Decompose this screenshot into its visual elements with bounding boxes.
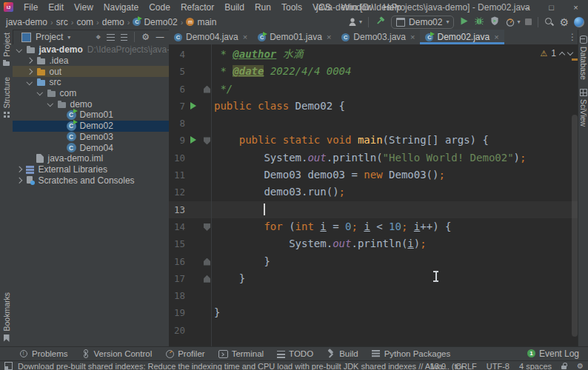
code-line-15[interactable]: System.out.println(i);: [214, 235, 569, 252]
stop-icon[interactable]: [525, 18, 532, 25]
breadcrumb-item-main[interactable]: mmain: [186, 17, 216, 27]
tree-item-idea[interactable]: .idea: [13, 56, 169, 67]
code-line-7[interactable]: public class Demo02 {: [214, 98, 569, 115]
fold-start-icon[interactable]: [204, 223, 210, 231]
tool-strip-button-project[interactable]: Project: [0, 33, 13, 66]
coverage-shield-icon[interactable]: [490, 16, 500, 28]
inspections-widget[interactable]: ⚠ 1: [540, 48, 572, 58]
toolwindow-button-problems[interactable]: Problems: [19, 349, 68, 358]
close-icon[interactable]: ×: [410, 33, 415, 41]
toolwindow-button-python-packages[interactable]: Python Packages: [372, 349, 451, 358]
hide-panel-icon[interactable]: —: [156, 32, 164, 42]
error-stripe-mark[interactable]: [572, 58, 578, 61]
lock-icon[interactable]: [561, 363, 567, 369]
fold-end-icon[interactable]: [204, 86, 210, 93]
tree-item-scratches-and-consoles[interactable]: Scratches and Consoles: [13, 175, 169, 186]
code-line-17[interactable]: }: [214, 270, 569, 287]
breadcrumb-item-java-demo[interactable]: java-demo: [6, 17, 47, 27]
collaboration-user-icon[interactable]: ▾: [348, 17, 362, 27]
chevron-closed-icon[interactable]: [16, 166, 22, 172]
toolwindow-button-build[interactable]: Build: [327, 349, 358, 358]
tree-item-demo03[interactable]: CDemo03: [13, 132, 169, 143]
chevron-open-icon[interactable]: [27, 79, 33, 85]
tool-strip-button-bookmarks[interactable]: Bookmarks: [0, 292, 13, 342]
menu-item-tools[interactable]: Tools: [276, 0, 307, 14]
caret-position[interactable]: 13:9: [430, 362, 446, 370]
debug-bug-icon[interactable]: [474, 16, 484, 28]
code-line-18[interactable]: [214, 287, 569, 304]
menu-item-navigate[interactable]: Navigate: [98, 0, 144, 14]
tab-demo02-java[interactable]: CDemo02.java×: [420, 30, 504, 44]
project-panel-title[interactable]: Project: [36, 32, 63, 42]
breadcrumb-item-demo[interactable]: demo: [102, 17, 124, 27]
menu-item-code[interactable]: Code: [144, 0, 176, 14]
tool-window-switcher-icon[interactable]: [4, 362, 13, 370]
panel-settings-gear-icon[interactable]: ⚙: [141, 32, 150, 42]
event-log-button[interactable]: 1 Event Log: [527, 346, 579, 360]
code-line-5[interactable]: * @date 2022/4/4 0004: [214, 63, 569, 80]
code-line-10[interactable]: System.out.println("Hello World! Demo02"…: [214, 149, 569, 166]
toolwindow-button-version-control[interactable]: Version Control: [81, 349, 153, 358]
toolwindow-button-profiler[interactable]: Profiler: [165, 349, 204, 358]
breadcrumb-item-demo02[interactable]: CDemo02: [133, 17, 177, 27]
close-icon[interactable]: ×: [327, 33, 331, 41]
tree-item-demo[interactable]: demo: [13, 98, 169, 110]
collapse-all-icon[interactable]: [121, 34, 127, 41]
settings-gear-icon[interactable]: ⚙: [559, 16, 569, 28]
run-line-icon[interactable]: [190, 136, 196, 144]
next-warning-icon[interactable]: [567, 50, 573, 56]
chevron-open-icon[interactable]: [37, 90, 43, 95]
tree-item-java-demo[interactable]: java-demoD:\IdeaProjects\java-demo: [13, 44, 169, 56]
breadcrumb-item-src[interactable]: src: [56, 17, 68, 27]
chevron-closed-icon[interactable]: [27, 69, 33, 75]
code-line-8[interactable]: [214, 115, 569, 132]
code-line-14[interactable]: for (int i = 0; i < 10; i++) {: [214, 218, 569, 235]
code-line-19[interactable]: }: [214, 304, 569, 321]
maximize-button[interactable]: □: [539, 0, 564, 14]
fold-start-icon[interactable]: [204, 137, 210, 144]
file-encoding[interactable]: UTF-8: [487, 362, 510, 370]
tree-item-demo04[interactable]: CDemo04: [13, 142, 169, 153]
tab-demo01-java[interactable]: CDemo01.java×: [253, 30, 336, 44]
chevron-closed-icon[interactable]: [16, 178, 22, 184]
status-message[interactable]: Download pre-built shared indexes: Reduc…: [18, 362, 462, 370]
tree-item-demo01[interactable]: CDemo01: [13, 110, 169, 121]
tree-item-src[interactable]: src: [13, 77, 169, 88]
editor-scrollbar[interactable]: [572, 115, 578, 337]
code-line-4[interactable]: * @author 水滴: [214, 46, 569, 63]
tree-item-com[interactable]: com: [13, 88, 169, 99]
tab-demo03-java[interactable]: CDemo03.java×: [336, 30, 420, 44]
line-separator[interactable]: CRLF: [455, 362, 477, 370]
run-line-icon[interactable]: [190, 102, 196, 110]
tree-item-external-libraries[interactable]: External Libraries: [13, 164, 169, 175]
close-icon[interactable]: ×: [243, 33, 247, 41]
menu-item-edit[interactable]: Edit: [43, 0, 69, 14]
tool-strip-button-database[interactable]: Database: [578, 36, 588, 80]
ide-updates-icon[interactable]: [574, 17, 584, 27]
run-configuration-select[interactable]: Demo02 ▾: [391, 16, 454, 29]
menu-item-build[interactable]: Build: [219, 0, 250, 14]
chevron-open-icon[interactable]: [47, 101, 53, 107]
breadcrumb-item-com[interactable]: com: [76, 17, 93, 27]
previous-warning-icon[interactable]: [559, 51, 565, 57]
expand-collapse-icon[interactable]: [107, 34, 115, 41]
code-line-13[interactable]: [214, 201, 569, 218]
tree-item-demo02[interactable]: CDemo02: [13, 121, 169, 132]
chevron-closed-icon[interactable]: [27, 58, 33, 64]
profiler-icon[interactable]: ▾: [505, 17, 520, 27]
menu-item-view[interactable]: View: [69, 0, 98, 14]
fold-end-icon[interactable]: [204, 258, 210, 266]
close-icon[interactable]: ×: [494, 33, 498, 41]
indent-setting[interactable]: 4 spaces: [519, 362, 552, 370]
code-line-6[interactable]: */: [214, 81, 569, 98]
menu-item-run[interactable]: Run: [250, 0, 276, 14]
chevron-down-icon[interactable]: ▾: [67, 34, 70, 41]
search-everywhere-icon[interactable]: [544, 17, 554, 27]
tool-strip-button-sciview[interactable]: SciView: [578, 89, 588, 127]
close-button[interactable]: ×: [564, 0, 588, 14]
tool-strip-button-structure[interactable]: Structure: [0, 77, 13, 118]
code-editor[interactable]: 4567891011121314151617181920 * @author 水…: [169, 44, 578, 346]
run-play-icon[interactable]: [459, 16, 469, 28]
tree-item-out[interactable]: out: [13, 66, 169, 77]
status-gear-icon[interactable]: ⚙: [577, 362, 584, 370]
